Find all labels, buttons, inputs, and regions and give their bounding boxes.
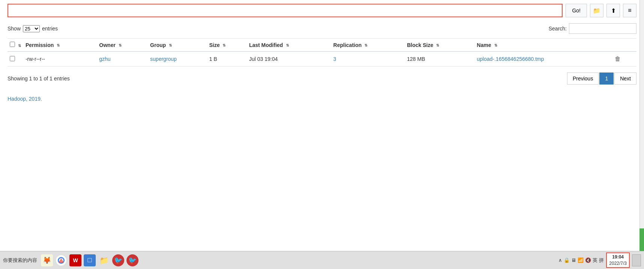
sort-icon-permission[interactable]: ⇅ <box>57 43 60 47</box>
previous-button[interactable]: Previous <box>567 73 599 85</box>
col-block-size: Block Size ⇅ <box>405 39 474 52</box>
col-name: Name ⇅ <box>475 39 611 52</box>
upload-icon: ⬆ <box>611 7 616 14</box>
replication-link[interactable]: 3 <box>333 56 336 62</box>
cell-group: supergroup <box>148 51 207 66</box>
sort-icon-name[interactable]: ⇅ <box>494 43 497 47</box>
show-label: Show <box>8 26 21 32</box>
pagination-controls: Previous 1 Next <box>567 73 636 85</box>
group-link[interactable]: supergroup <box>150 56 177 62</box>
entries-label: entries <box>42 26 58 32</box>
folder-browse-button[interactable]: 📁 <box>590 4 603 17</box>
sort-icon-block-size[interactable]: ⇅ <box>436 43 439 47</box>
folder-icon: 📁 <box>593 7 600 14</box>
sort-icon-last-modified[interactable]: ⇅ <box>286 43 289 47</box>
path-input[interactable]: /flume/upload/20220703/19 <box>8 4 563 17</box>
cell-last-modified: Jul 03 19:04 <box>247 51 331 66</box>
cell-size: 1 B <box>207 51 247 66</box>
search-label: Search: <box>549 26 567 32</box>
cell-permission: -rw-r--r-- <box>23 51 97 66</box>
file-name-link[interactable]: upload-.1656846256680.tmp <box>477 56 544 62</box>
col-actions <box>611 39 636 52</box>
upload-button[interactable]: ⬆ <box>606 4 620 17</box>
footer-text: Hadoop, 2019. <box>8 96 636 102</box>
table-row: -rw-r--r-- gzhu supergroup 1 B Jul 03 19… <box>8 51 636 66</box>
right-scrollbar[interactable] <box>639 0 644 218</box>
cell-name: upload-.1656846256680.tmp <box>475 51 611 66</box>
select-all-checkbox[interactable] <box>10 42 15 47</box>
row-checkbox[interactable] <box>10 56 15 61</box>
cell-replication: 3 <box>331 51 405 66</box>
col-last-modified: Last Modified ⇅ <box>247 39 331 52</box>
go-button[interactable]: Go! <box>566 4 587 17</box>
sort-icon-size[interactable]: ⇅ <box>223 43 226 47</box>
path-bar: /flume/upload/20220703/19 Go! 📁 ⬆ ≡ <box>8 4 636 17</box>
pagination-row: Showing 1 to 1 of 1 entries Previous 1 N… <box>8 73 636 85</box>
entries-select[interactable]: 10 25 50 100 <box>23 25 40 32</box>
list-view-button[interactable]: ≡ <box>623 4 636 17</box>
sort-icon-group[interactable]: ⇅ <box>169 43 172 47</box>
cell-owner: gzhu <box>97 51 148 66</box>
next-button[interactable]: Next <box>614 73 636 85</box>
search-input[interactable] <box>569 23 636 34</box>
sort-icon-replication[interactable]: ⇅ <box>364 43 367 47</box>
cell-delete: 🗑 <box>611 51 636 66</box>
showing-text: Showing 1 to 1 of 1 entries <box>8 76 70 82</box>
cell-block-size: 128 MB <box>405 51 474 66</box>
col-owner: Owner ⇅ <box>97 39 148 52</box>
page-1-button[interactable]: 1 <box>599 73 614 85</box>
sort-icon-owner[interactable]: ⇅ <box>119 43 122 47</box>
delete-button[interactable]: 🗑 <box>613 55 622 63</box>
col-replication: Replication ⇅ <box>331 39 405 52</box>
col-permission: Permission ⇅ <box>23 39 97 52</box>
col-size: Size ⇅ <box>207 39 247 52</box>
file-table: ⇅ Permission ⇅ Owner ⇅ Group ⇅ Size ⇅ <box>8 38 636 66</box>
sort-icon-checkbox: ⇅ <box>18 44 21 48</box>
owner-link[interactable]: gzhu <box>99 56 110 62</box>
controls-row: Show 10 25 50 100 entries Search: <box>8 23 636 34</box>
col-group: Group ⇅ <box>148 39 207 52</box>
list-icon: ≡ <box>628 7 631 14</box>
